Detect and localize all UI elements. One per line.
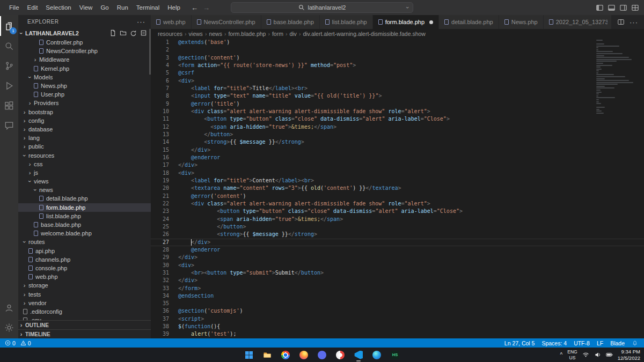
file-NewsController.php[interactable]: NewsController.php bbox=[18, 47, 151, 55]
file-web.php[interactable]: web.php bbox=[18, 272, 151, 281]
code-line-3[interactable]: 3@section('content') bbox=[151, 54, 644, 62]
code-line-16[interactable]: 16 @enderror bbox=[151, 154, 644, 161]
notifications[interactable] bbox=[632, 340, 638, 346]
split-editor-icon[interactable] bbox=[617, 18, 625, 26]
code-line-21[interactable]: 21 @error('content') bbox=[151, 193, 644, 200]
edge-button[interactable] bbox=[370, 348, 384, 361]
minimap[interactable] bbox=[596, 40, 642, 115]
command-center-search[interactable]: latihanlaravel2 › bbox=[231, 2, 413, 13]
file-User.php[interactable]: User.php bbox=[18, 90, 151, 99]
folder-Models[interactable]: ›Models bbox=[18, 73, 151, 82]
problems-warnings[interactable]: 0 bbox=[20, 340, 31, 346]
code-line-19[interactable]: 19 <label for="title">Content</label><br… bbox=[151, 177, 644, 184]
hs-app-button[interactable]: HS bbox=[389, 348, 402, 361]
menu-help[interactable]: Help bbox=[164, 3, 184, 12]
code-line-7[interactable]: 7 <label for="title">Title</label><br> bbox=[151, 85, 644, 92]
file-News.php[interactable]: News.php bbox=[18, 82, 151, 90]
tab-list.blade.php[interactable]: list.blade.php bbox=[320, 15, 373, 29]
code-line-28[interactable]: 28 @enderror bbox=[151, 246, 644, 254]
tab-form.blade.php[interactable]: form.blade.php bbox=[373, 15, 439, 29]
breadcrumb-item[interactable]: resources bbox=[158, 31, 182, 37]
code-line-4[interactable]: 4<form action="{{ route('store-news') }}… bbox=[151, 62, 644, 69]
folder-bootstrap[interactable]: ›bootstrap bbox=[18, 108, 151, 116]
folder-Providers[interactable]: ›Providers bbox=[18, 99, 151, 107]
tray-overflow-icon[interactable]: ^ bbox=[560, 352, 563, 358]
tab-News.php[interactable]: News.php bbox=[499, 15, 544, 29]
file-explorer-button[interactable] bbox=[261, 348, 274, 361]
toggle-secondary-sidebar-icon[interactable] bbox=[619, 4, 627, 12]
discord-button[interactable] bbox=[316, 348, 329, 361]
file-.editorconfig[interactable]: .editorconfig bbox=[18, 307, 151, 316]
breadcrumb-item[interactable]: views bbox=[189, 31, 203, 37]
code-line-33[interactable]: 33</form> bbox=[151, 285, 644, 292]
folder-js[interactable]: ›js bbox=[18, 168, 151, 177]
toggle-sidebar-icon[interactable] bbox=[596, 4, 604, 12]
code-line-39[interactable]: 39 alert('test'); bbox=[151, 330, 644, 338]
menu-selection[interactable]: Selection bbox=[42, 3, 75, 12]
folder-views[interactable]: ›views bbox=[18, 177, 151, 186]
code-line-29[interactable]: 29</div> bbox=[151, 254, 644, 261]
comments-view-icon[interactable] bbox=[0, 115, 18, 135]
folder-news[interactable]: ›news bbox=[18, 186, 151, 194]
workspace-root-row[interactable]: › LATIHANLARAVEL2 bbox=[18, 28, 151, 38]
explorer-view-icon[interactable]: 1 bbox=[0, 16, 18, 36]
tab-NewsController.php[interactable]: NewsController.php bbox=[192, 15, 261, 29]
tab-detail.blade.php[interactable]: detail.blade.php bbox=[439, 15, 499, 29]
code-line-35[interactable]: 35 bbox=[151, 300, 644, 307]
code-line-23[interactable]: 23 <button type="button" class="close" d… bbox=[151, 208, 644, 215]
code-line-12[interactable]: 12 <span aria-hidden="true">&times;</spa… bbox=[151, 123, 644, 131]
account-icon[interactable] bbox=[0, 298, 18, 317]
wifi-icon[interactable] bbox=[582, 351, 589, 358]
language-indicator[interactable]: ENG US bbox=[567, 349, 577, 360]
code-line-2[interactable]: 2 bbox=[151, 46, 644, 54]
extensions-icon[interactable] bbox=[0, 95, 18, 115]
refresh-icon[interactable] bbox=[130, 29, 137, 36]
breadcrumb-item[interactable]: form.blade.php bbox=[228, 31, 266, 37]
code-line-26[interactable]: 26 <strong>{{ $message }}</strong> bbox=[151, 231, 644, 238]
menu-edit[interactable]: Edit bbox=[24, 3, 42, 12]
run-debug-icon[interactable] bbox=[0, 76, 18, 95]
tab-2022_12_05_132731_c...[interactable]: 2022_12_05_132731_c... bbox=[544, 15, 611, 29]
folder-resources[interactable]: ›resources bbox=[18, 151, 151, 159]
file-console.php[interactable]: console.php bbox=[18, 264, 151, 272]
menu-file[interactable]: File bbox=[5, 3, 23, 12]
tab-web.php[interactable]: web.php bbox=[151, 15, 192, 29]
indentation[interactable]: Spaces: 4 bbox=[541, 340, 567, 346]
menu-go[interactable]: Go bbox=[97, 3, 112, 12]
code-line-25[interactable]: 25 </button> bbox=[151, 223, 644, 231]
code-line-18[interactable]: 18<div> bbox=[151, 169, 644, 177]
cursor-position[interactable]: Ln 27, Col 5 bbox=[504, 340, 535, 346]
file-base.blade.php[interactable]: base.blade.php bbox=[18, 220, 151, 229]
timeline-section[interactable]: › TIMELINE bbox=[18, 329, 151, 338]
menu-run[interactable]: Run bbox=[113, 3, 132, 12]
back-icon[interactable]: ← bbox=[191, 4, 198, 12]
code-line-17[interactable]: 17</div> bbox=[151, 161, 644, 169]
code-line-22[interactable]: 22 <div class="alert alert-warning alert… bbox=[151, 200, 644, 208]
outline-section[interactable]: › OUTLINE bbox=[18, 320, 151, 329]
folder-config[interactable]: ›config bbox=[18, 116, 151, 125]
folder-storage[interactable]: ›storage bbox=[18, 281, 151, 290]
search-view-icon[interactable] bbox=[0, 36, 18, 56]
clock[interactable]: 9:34 PM 12/5/2022 bbox=[618, 349, 640, 361]
language-mode[interactable]: Blade bbox=[610, 340, 625, 346]
views-more-actions-icon[interactable]: ··· bbox=[137, 18, 145, 26]
browser-button[interactable] bbox=[334, 348, 347, 361]
code-line-27[interactable]: 27 </div> bbox=[151, 239, 644, 246]
code-line-15[interactable]: 15 </div> bbox=[151, 146, 644, 154]
file-.env[interactable]: .env bbox=[18, 316, 151, 320]
source-control-icon[interactable] bbox=[0, 56, 18, 76]
file-form.blade.php[interactable]: form.blade.php bbox=[18, 203, 151, 212]
menu-view[interactable]: View bbox=[76, 3, 97, 12]
settings-gear-icon[interactable] bbox=[0, 317, 18, 337]
volume-icon[interactable] bbox=[594, 351, 601, 358]
breadcrumb-item[interactable]: div.alert.alert-warning.alert-dismissibl… bbox=[303, 31, 426, 37]
customize-layout-icon[interactable] bbox=[631, 4, 639, 12]
folder-lang[interactable]: ›lang bbox=[18, 134, 151, 142]
encoding[interactable]: UTF-8 bbox=[574, 340, 590, 346]
breadcrumb-item[interactable]: form bbox=[272, 31, 283, 37]
eol-sequence[interactable]: LF bbox=[597, 340, 603, 346]
code-line-31[interactable]: 31 <br><button type="submit">Submit</but… bbox=[151, 269, 644, 277]
folder-public[interactable]: ›public bbox=[18, 142, 151, 151]
breadcrumb-item[interactable]: div bbox=[289, 31, 296, 37]
folder-tests[interactable]: ›tests bbox=[18, 290, 151, 298]
